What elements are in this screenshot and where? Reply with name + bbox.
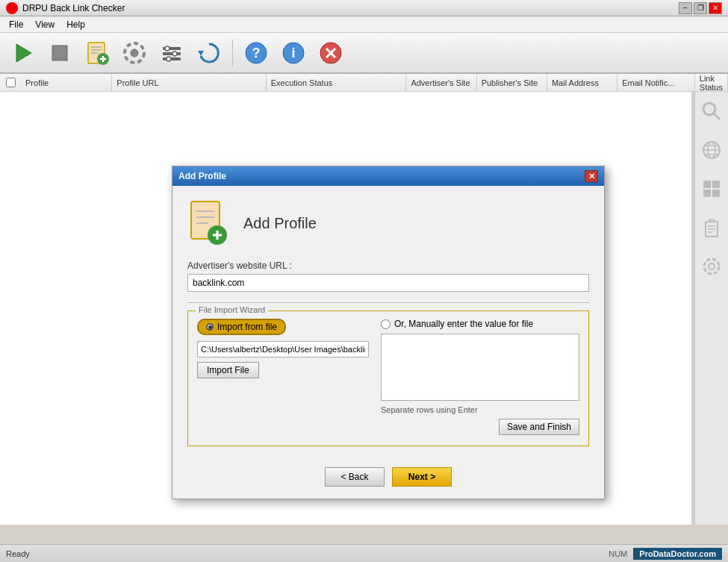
- minimize-button[interactable]: −: [679, 2, 692, 14]
- app-icon: [6, 2, 18, 14]
- svg-point-41: [704, 259, 719, 274]
- right-sidebar: [694, 92, 728, 525]
- window-close-button[interactable]: ✕: [709, 2, 722, 14]
- menu-bar: File View Help: [0, 16, 728, 33]
- modal-body: Add Profile Advertiser's website URL : F…: [172, 186, 604, 458]
- toolbar: ? i: [0, 33, 728, 74]
- refresh-button[interactable]: [193, 37, 225, 69]
- wizard-left: Import from file Import File: [197, 319, 369, 435]
- modal-title-bar: Add Profile ✕: [172, 166, 604, 186]
- svg-point-9: [131, 49, 138, 57]
- title-bar: DRPU Back Link Checker − ❐ ✕: [0, 0, 728, 16]
- menu-file[interactable]: File: [3, 18, 29, 31]
- separate-rows-hint: Separate rows using Enter: [381, 405, 579, 414]
- svg-rect-32: [703, 181, 711, 188]
- restore-button[interactable]: ❐: [694, 2, 707, 14]
- svg-point-25: [703, 103, 715, 115]
- svg-point-14: [165, 46, 169, 51]
- modal-icon: [187, 198, 228, 249]
- col-profile: Profile: [21, 74, 112, 91]
- play-button[interactable]: [6, 37, 39, 69]
- modal-title: Add Profile: [178, 171, 226, 181]
- svg-rect-34: [703, 190, 711, 197]
- advertiser-url-input[interactable]: [187, 274, 589, 292]
- import-from-file-option: Import from file: [197, 319, 369, 335]
- col-execution-status: Execution Status: [267, 74, 407, 91]
- svg-marker-0: [16, 44, 31, 62]
- wizard-legend: File Import Wizard: [196, 305, 268, 314]
- header-checkbox-col: [0, 78, 21, 87]
- back-button[interactable]: < Back: [325, 467, 385, 487]
- col-profile-url: Profile URL: [112, 74, 266, 91]
- save-and-finish-button[interactable]: Save and Finish: [499, 419, 579, 435]
- network-icon[interactable]: [700, 138, 724, 162]
- file-path-input[interactable]: [197, 341, 369, 358]
- app-title: DRPU Back Link Checker: [22, 3, 125, 13]
- svg-marker-17: [198, 51, 204, 56]
- col-link-status: Link Status: [695, 74, 728, 91]
- svg-line-26: [714, 113, 720, 119]
- divider: [187, 302, 589, 303]
- svg-text:?: ?: [252, 46, 261, 60]
- advertiser-url-label: Advertiser's website URL :: [187, 260, 589, 271]
- toolbar-separator: [232, 40, 233, 66]
- modal-heading: Add Profile: [243, 215, 317, 232]
- windows-icon[interactable]: [700, 177, 724, 201]
- num-indicator: NUM: [609, 549, 627, 558]
- file-import-wizard: File Import Wizard Import from file: [187, 310, 589, 446]
- manage-profiles-button[interactable]: [118, 37, 151, 69]
- brand-badge: ProDataDoctor.com: [633, 548, 722, 560]
- status-right: NUM ProDataDoctor.com: [609, 548, 722, 560]
- radio-dot-inner: [208, 325, 212, 329]
- col-email-notif: Email Notific...: [617, 74, 695, 91]
- manual-entry-textarea[interactable]: [381, 334, 579, 401]
- manual-entry-option: Or, Manually enter the value for file: [381, 319, 579, 329]
- add-profile-dialog: Add Profile ✕ Add Profile: [172, 166, 605, 499]
- svg-rect-13: [163, 57, 181, 60]
- svg-text:i: i: [291, 46, 295, 60]
- search-icon[interactable]: [700, 99, 724, 123]
- exit-button[interactable]: [314, 37, 347, 69]
- radio-dot: [206, 323, 214, 331]
- info-button[interactable]: i: [277, 37, 310, 69]
- select-all-checkbox[interactable]: [6, 78, 16, 87]
- status-bar: Ready NUM ProDataDoctor.com: [0, 544, 728, 562]
- svg-rect-35: [712, 190, 720, 197]
- svg-rect-12: [163, 52, 181, 55]
- wizard-right: Or, Manually enter the value for file Se…: [381, 319, 579, 435]
- gear-icon[interactable]: [700, 255, 724, 278]
- add-profile-button[interactable]: [81, 37, 113, 69]
- stop-button[interactable]: [43, 37, 76, 69]
- wizard-content: Import from file Import File Or, Manuall…: [197, 319, 579, 435]
- svg-point-40: [709, 263, 715, 269]
- svg-rect-33: [712, 181, 720, 188]
- manual-entry-label: Or, Manually enter the value for file: [394, 319, 533, 329]
- window-controls: − ❐ ✕: [679, 2, 722, 14]
- col-mail-address: Mail Address: [547, 74, 617, 91]
- help-button[interactable]: ?: [240, 37, 273, 69]
- settings-button[interactable]: [155, 37, 188, 69]
- menu-view[interactable]: View: [29, 18, 60, 31]
- modal-header: Add Profile: [187, 198, 589, 249]
- svg-point-16: [167, 57, 171, 61]
- table-header: Profile Profile URL Execution Status Adv…: [0, 74, 728, 92]
- import-from-file-label: Import from file: [217, 322, 277, 332]
- next-button[interactable]: Next >: [392, 467, 452, 487]
- col-advertiser-site: Advertiser's Site: [406, 74, 476, 91]
- manual-entry-radio[interactable]: [381, 319, 391, 329]
- import-file-button[interactable]: Import File: [197, 362, 259, 378]
- status-text: Ready: [6, 549, 30, 558]
- import-from-file-radio[interactable]: Import from file: [197, 319, 286, 335]
- modal-close-button[interactable]: ✕: [585, 170, 598, 182]
- svg-point-15: [172, 51, 177, 56]
- col-publisher-site: Publisher's Site: [477, 74, 547, 91]
- modal-footer: < Back Next >: [172, 458, 604, 499]
- menu-help[interactable]: Help: [60, 18, 91, 31]
- clipboard-icon[interactable]: [700, 216, 724, 240]
- svg-rect-1: [52, 46, 67, 60]
